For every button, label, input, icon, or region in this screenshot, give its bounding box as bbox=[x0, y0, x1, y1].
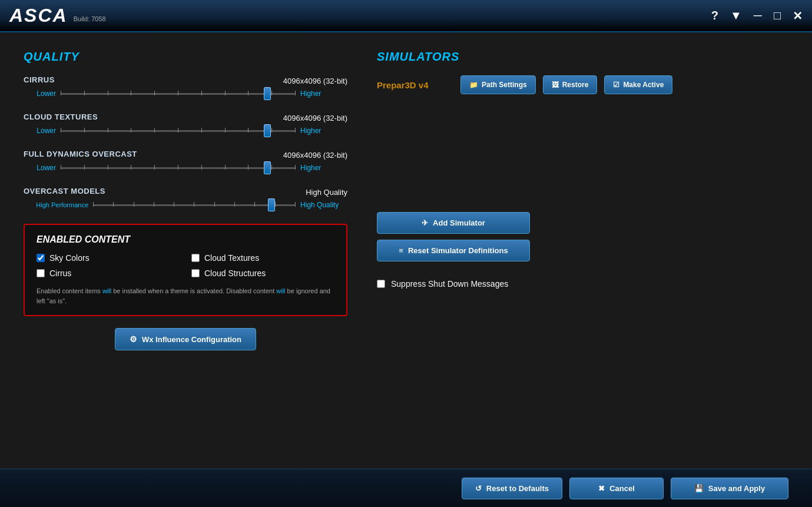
suppress-label: Suppress Shut Down Messages bbox=[391, 279, 508, 289]
cloud-structures-checkbox[interactable] bbox=[191, 269, 200, 277]
make-active-label: Make Active bbox=[623, 81, 664, 89]
cloud-textures-ticks bbox=[61, 130, 296, 132]
cloud-structures-checkbox-item: Cloud Structures bbox=[191, 269, 334, 278]
cirrus-checkbox[interactable] bbox=[37, 269, 45, 277]
restore-button[interactable]: 🖼 Restore bbox=[543, 75, 598, 94]
cloud-textures-value: 4096x4096 (32-bit) bbox=[283, 114, 347, 122]
tick bbox=[225, 128, 226, 132]
cloud-textures-track bbox=[61, 130, 296, 132]
tick bbox=[108, 128, 108, 132]
wx-influence-button[interactable]: ⚙ Wx Influence Configuration bbox=[115, 328, 256, 350]
cirrus-low-label: Lower bbox=[24, 90, 56, 98]
sky-colors-label: Sky Colors bbox=[49, 253, 90, 263]
cancel-button[interactable]: ✖ Cancel bbox=[569, 478, 664, 499]
restore-icon: 🖼 bbox=[552, 81, 559, 89]
tick bbox=[271, 165, 272, 170]
tick bbox=[214, 202, 215, 207]
cirrus-slider-row: Lower bbox=[24, 88, 347, 100]
tick bbox=[131, 91, 131, 95]
tick bbox=[61, 165, 61, 170]
full-dynamics-high-label: Higher bbox=[300, 164, 347, 172]
tick bbox=[93, 202, 94, 207]
tick bbox=[295, 91, 296, 95]
help-icon[interactable]: ? bbox=[711, 9, 718, 22]
overcast-models-high-label: High Quality bbox=[300, 201, 347, 209]
overcast-models-slider-section: OVERCAST MODELS High Quality High Perfor… bbox=[24, 187, 347, 211]
add-simulator-button[interactable]: ✈ Add Simulator bbox=[377, 212, 530, 234]
full-dynamics-track-container[interactable] bbox=[61, 162, 296, 174]
tick bbox=[295, 165, 296, 170]
sky-colors-checkbox[interactable] bbox=[37, 254, 45, 262]
path-settings-button[interactable]: 📁 Path Settings bbox=[460, 75, 536, 94]
add-simulator-label: Add Simulator bbox=[433, 218, 485, 227]
cirrus-checkbox-item: Cirrus bbox=[37, 269, 180, 278]
suppress-checkbox[interactable] bbox=[377, 280, 385, 288]
main-content: QUALITY CIRRUS 4096x4096 (32-bit) Lower bbox=[0, 32, 812, 507]
tick bbox=[178, 91, 178, 95]
cloud-textures-ec-label: Cloud Textures bbox=[204, 253, 259, 263]
full-dynamics-slider-row: Lower bbox=[24, 162, 347, 174]
cirrus-ec-label: Cirrus bbox=[49, 269, 71, 278]
tick bbox=[248, 165, 248, 170]
simulator-name: Prepar3D v4 bbox=[377, 80, 453, 90]
sky-colors-checkbox-item: Sky Colors bbox=[37, 253, 180, 263]
reset-sim-icon: ≡ bbox=[399, 246, 403, 255]
simulators-title: SIMULATORS bbox=[377, 50, 788, 64]
tick bbox=[254, 202, 255, 207]
app-logo: ASCA bbox=[9, 5, 68, 26]
reset-defaults-label: Reset to Defaults bbox=[486, 484, 549, 493]
cirrus-track-container[interactable] bbox=[61, 88, 296, 100]
full-dynamics-ticks bbox=[61, 167, 296, 169]
cloud-textures-high-label: Higher bbox=[300, 127, 347, 135]
close-icon[interactable]: ✕ bbox=[793, 9, 803, 23]
save-apply-button[interactable]: 💾 Save and Apply bbox=[671, 478, 788, 499]
enabled-content-note: Enabled content items will be installed … bbox=[37, 286, 334, 306]
overcast-models-track-container[interactable] bbox=[93, 199, 296, 211]
make-active-button[interactable]: ☑ Make Active bbox=[604, 75, 672, 94]
tick bbox=[248, 128, 248, 132]
cirrus-slider-section: CIRRUS 4096x4096 (32-bit) Lower bbox=[24, 75, 347, 100]
full-dynamics-label: FULL DYNAMICS OVERCAST bbox=[24, 150, 137, 158]
enabled-content-box: ENABLED CONTENT Sky Colors Cloud Texture… bbox=[24, 224, 347, 316]
dropdown-icon[interactable]: ▼ bbox=[730, 9, 742, 22]
gear-icon: ⚙ bbox=[130, 334, 137, 344]
maximize-icon[interactable]: □ bbox=[774, 9, 781, 22]
minimize-icon[interactable]: ─ bbox=[754, 9, 762, 22]
restore-label: Restore bbox=[562, 81, 589, 89]
reset-defaults-button[interactable]: ↺ Reset to Defaults bbox=[462, 478, 562, 499]
tick bbox=[61, 91, 61, 95]
checkmark-icon: ☑ bbox=[613, 81, 619, 89]
full-dynamics-low-label: Lower bbox=[24, 164, 56, 172]
reset-simulator-button[interactable]: ≡ Reset Simulator Definitions bbox=[377, 240, 530, 261]
overcast-models-value: High Quality bbox=[306, 188, 347, 197]
full-dynamics-thumb[interactable] bbox=[264, 161, 271, 174]
overcast-models-thumb[interactable] bbox=[268, 198, 275, 211]
cirrus-thumb[interactable] bbox=[264, 87, 271, 100]
tick bbox=[84, 91, 85, 95]
cloud-textures-slider-section: CLOUD TEXTURES 4096x4096 (32-bit) Lower bbox=[24, 112, 347, 137]
tick bbox=[178, 128, 178, 132]
tick bbox=[225, 165, 226, 170]
tick bbox=[61, 128, 61, 132]
app-build: Build: 7058 bbox=[74, 15, 106, 22]
cloud-structures-label: Cloud Structures bbox=[204, 269, 266, 278]
reset-icon: ↺ bbox=[475, 484, 482, 493]
save-icon: 💾 bbox=[694, 484, 704, 493]
path-settings-label: Path Settings bbox=[482, 81, 527, 89]
cloud-textures-thumb[interactable] bbox=[264, 124, 271, 137]
full-dynamics-slider-section: FULL DYNAMICS OVERCAST 4096x4096 (32-bit… bbox=[24, 150, 347, 174]
overcast-models-low-label: High Performance bbox=[24, 201, 88, 208]
sim-actions: ✈ Add Simulator ≡ Reset Simulator Defini… bbox=[377, 212, 788, 289]
tick bbox=[201, 128, 202, 132]
cloud-textures-track-container[interactable] bbox=[61, 125, 296, 137]
tick bbox=[84, 165, 85, 170]
tick bbox=[174, 202, 174, 207]
cancel-label: Cancel bbox=[609, 484, 635, 493]
cloud-textures-slider-row: Lower bbox=[24, 125, 347, 137]
cloud-textures-checkbox[interactable] bbox=[191, 254, 200, 262]
save-label: Save and Apply bbox=[708, 484, 765, 493]
tick bbox=[154, 202, 154, 207]
plane-icon: ✈ bbox=[422, 218, 428, 227]
checkbox-grid: Sky Colors Cloud Textures Cirrus Cloud S… bbox=[37, 253, 334, 278]
note-highlight2: will bbox=[276, 287, 285, 294]
